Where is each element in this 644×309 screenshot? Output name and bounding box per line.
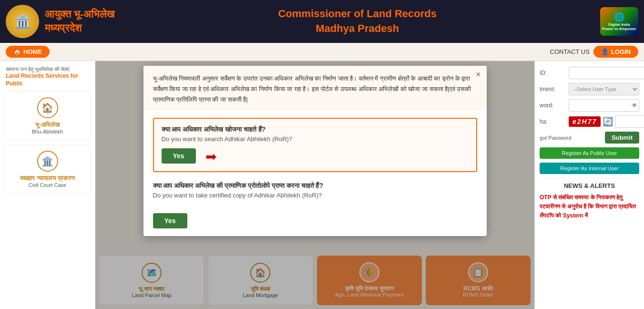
navbar: 🏠 HOME CONTACT US 👤 LOGIN bbox=[0, 43, 644, 61]
login-pwd-wrap: 👁 bbox=[569, 99, 639, 112]
header-center: Commissioner of Land Records Madhya Prad… bbox=[114, 7, 600, 36]
sidebar: सामान्य जन हेतु भूअभिलेख की सेवाएं Land … bbox=[0, 61, 95, 309]
news-text: OTP से संबंधित समस्या के निराकरण हेतु पट… bbox=[540, 193, 639, 221]
modal-close-button[interactable]: × bbox=[476, 70, 481, 80]
question1-box: क्या आप अधिकार अभिलेख खोजना चाहते हैं? D… bbox=[153, 118, 477, 172]
submit-button[interactable]: Submit bbox=[605, 132, 639, 144]
submit-row: got Password Submit bbox=[540, 132, 639, 144]
question2-hindi: क्या आप अधिकार अभिलेख की प्रमाणिक प्रोतो… bbox=[153, 182, 477, 190]
user-type-select[interactable]: --Select User Type bbox=[569, 83, 639, 95]
civil-court-icon: 🏛️ bbox=[37, 151, 58, 172]
right-panel-login: ID: tment: --Select User Type word: 👁 ha… bbox=[534, 61, 644, 309]
login-button[interactable]: 👤 LOGIN bbox=[593, 46, 638, 58]
login-captcha-label: ha: bbox=[540, 118, 566, 125]
arrow-indicator: ➡ bbox=[205, 149, 216, 165]
password-toggle-icon[interactable]: 👁 bbox=[632, 102, 637, 109]
question2-section: क्या आप अधिकार अभिलेख की प्रमाणिक प्रोतो… bbox=[153, 180, 477, 228]
login-id-row: ID: bbox=[540, 67, 639, 79]
login-id-input[interactable] bbox=[569, 67, 644, 79]
sidebar-item-civil-court[interactable]: 🏛️ व्यवहार न्यायालय प्रकरण Civil Court C… bbox=[4, 144, 91, 194]
header-right: 🌐 Digital India Power to Empower bbox=[600, 7, 638, 36]
captcha-section: e2H77 🔄 bbox=[569, 115, 644, 128]
login-password-input[interactable] bbox=[569, 99, 639, 112]
question1-hindi: क्या आप अधिकार अभिलेख खोजना चाहते हैं? bbox=[162, 125, 469, 134]
bhu-abhilekh-icon: 🏠 bbox=[37, 97, 58, 118]
login-id-label: ID: bbox=[540, 70, 566, 76]
sidebar-public-label: सामान्य जन हेतु भूअभिलेख की सेवाएं Land … bbox=[4, 66, 91, 87]
yes2-button[interactable]: Yes bbox=[153, 213, 187, 228]
header-left: 🏛️ आयुक्त भू-अभिलेख मध्यप्रदेश bbox=[6, 5, 114, 38]
captcha-refresh-icon[interactable]: 🔄 bbox=[603, 116, 613, 127]
login-dept-row: tment: --Select User Type bbox=[540, 83, 639, 95]
logo-emblem: 🏛️ bbox=[14, 14, 31, 30]
modal-dialog: × भू-अभिलेख नियमावली अनुसार सर्वेक्षण के… bbox=[143, 66, 487, 236]
login-captcha-row: ha: e2H77 🔄 bbox=[540, 115, 639, 128]
login-icon: 👤 bbox=[601, 48, 609, 55]
header-title-en: Commissioner of Land Records Madhya Prad… bbox=[114, 7, 600, 36]
yes1-button[interactable]: Yes bbox=[162, 148, 196, 164]
register-public-button[interactable]: Register As Public User bbox=[540, 147, 639, 159]
content-area: 🗺️ भू.भाग नक्शा Land Parcel Map 🏠 भूमि ब… bbox=[95, 61, 534, 309]
main-layout: सामान्य जन हेतु भूअभिलेख की सेवाएं Land … bbox=[0, 61, 644, 309]
register-internal-button[interactable]: Register As Internal User bbox=[540, 163, 639, 174]
digital-india-logo: 🌐 Digital India Power to Empower bbox=[600, 7, 638, 36]
logo: 🏛️ bbox=[6, 5, 39, 38]
forgot-password-link[interactable]: got Password bbox=[540, 135, 572, 141]
home-button[interactable]: 🏠 HOME bbox=[6, 46, 50, 58]
header-title-hindi: आयुक्त भू-अभिलेख मध्यप्रदेश bbox=[45, 8, 114, 35]
modal-overlay: × भू-अभिलेख नियमावली अनुसार सर्वेक्षण के… bbox=[95, 61, 534, 309]
home-icon: 🏠 bbox=[13, 48, 21, 55]
modal-body: क्या आप अधिकार अभिलेख खोजना चाहते हैं? D… bbox=[143, 110, 487, 236]
captcha-input[interactable] bbox=[615, 115, 644, 128]
login-dept-label: tment: bbox=[540, 86, 566, 93]
login-pwd-row: word: 👁 bbox=[540, 99, 639, 112]
header: 🏛️ आयुक्त भू-अभिलेख मध्यप्रदेश Commissio… bbox=[0, 0, 644, 43]
captcha-image: e2H77 bbox=[569, 116, 601, 127]
sidebar-item-bhu-abhilekh[interactable]: 🏠 भू-अभिलेख Bhu-Abhilekh bbox=[4, 91, 91, 141]
modal-info-text: भू-अभिलेख नियमावली अनुसार सर्वेक्षण के उ… bbox=[143, 66, 487, 110]
question1-en: Do you want to search Adhikar Abhilekh (… bbox=[162, 135, 469, 143]
news-alerts-title: NEWS & ALERTS bbox=[540, 178, 639, 189]
login-pwd-label: word: bbox=[540, 102, 566, 109]
question2-en: Do you want to take certified copy of Ad… bbox=[153, 192, 477, 199]
contact-link[interactable]: CONTACT US bbox=[550, 48, 590, 55]
